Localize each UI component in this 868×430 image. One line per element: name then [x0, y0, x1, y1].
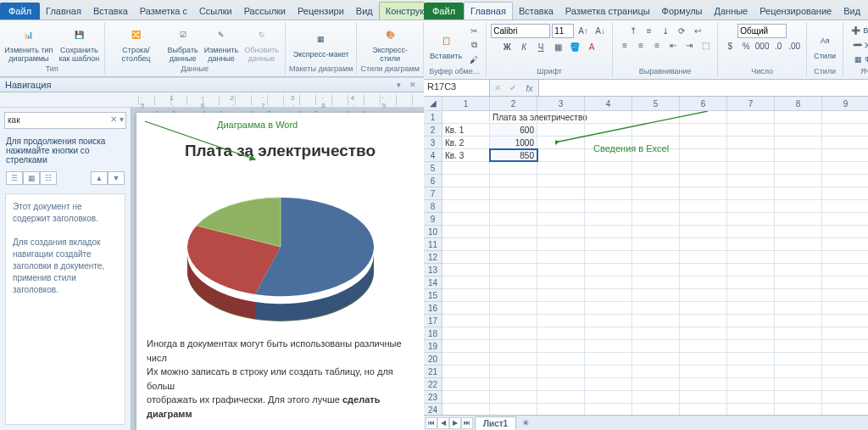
cell[interactable] — [727, 353, 775, 365]
ruler[interactable]: · 1 · 2 · 3 · 4 · 5 · 6 · 7 · 8 · 9 ·10·… — [0, 92, 424, 108]
cell[interactable] — [727, 302, 775, 314]
cell[interactable] — [490, 378, 537, 390]
cell[interactable] — [537, 315, 585, 327]
cell[interactable] — [537, 391, 585, 403]
cell[interactable] — [822, 226, 868, 237]
cell[interactable] — [537, 238, 585, 250]
cell[interactable] — [585, 162, 632, 174]
cell[interactable] — [775, 340, 822, 352]
cell[interactable] — [490, 251, 537, 263]
row-header[interactable]: 22 — [424, 378, 442, 391]
wrap-icon[interactable]: ↩ — [690, 24, 705, 37]
refresh-data-button[interactable]: ↻Обновить данные — [242, 24, 281, 64]
cell[interactable]: Кв. 1 — [442, 124, 490, 136]
cell[interactable] — [442, 366, 490, 377]
cell[interactable] — [775, 137, 822, 148]
cell[interactable] — [822, 111, 868, 123]
formula-input[interactable] — [539, 80, 868, 96]
cell[interactable] — [585, 391, 632, 403]
column-header[interactable]: 4 — [585, 97, 632, 110]
table-row[interactable] — [442, 276, 868, 289]
row-header[interactable]: 6 — [424, 175, 442, 187]
chevron-down-icon[interactable]: ▾ — [392, 79, 404, 91]
cell[interactable] — [822, 187, 868, 199]
select-all[interactable]: ◢ — [424, 97, 442, 111]
cell[interactable] — [727, 391, 775, 403]
cell[interactable] — [680, 404, 727, 415]
cell[interactable] — [822, 175, 868, 187]
cell[interactable] — [585, 315, 632, 327]
tab-refs[interactable]: Ссылки — [193, 3, 238, 20]
cell[interactable] — [537, 404, 585, 415]
number-format-select[interactable] — [737, 24, 787, 38]
bold-icon[interactable]: Ж — [499, 40, 515, 53]
accept-input-icon[interactable]: ✔ — [505, 81, 520, 95]
font-color-icon[interactable]: A — [584, 40, 599, 53]
tab-home[interactable]: Главная — [40, 3, 87, 20]
row-header[interactable]: 14 — [424, 276, 442, 289]
inc-dec-icon[interactable]: .0 — [771, 39, 786, 53]
cell[interactable]: Кв. 2 — [442, 137, 490, 148]
cell[interactable]: Кв. 3 — [442, 149, 490, 161]
view-pages[interactable]: ▦ — [23, 171, 40, 185]
new-sheet-icon[interactable]: ✳ — [518, 416, 533, 430]
cell[interactable] — [680, 353, 727, 365]
cell[interactable] — [727, 264, 775, 276]
view-headings[interactable]: ☰ — [6, 171, 23, 185]
cell[interactable] — [490, 340, 537, 352]
cell[interactable] — [442, 327, 490, 339]
cell[interactable] — [775, 378, 822, 390]
orientation-icon[interactable]: ⟳ — [674, 24, 689, 37]
column-header[interactable]: 7 — [727, 97, 775, 110]
cut-icon[interactable]: ✂ — [466, 24, 481, 37]
cell[interactable] — [727, 404, 775, 415]
delete-cells-button[interactable]: ➖ Удалить — [849, 38, 868, 52]
cell[interactable] — [632, 340, 680, 352]
cell[interactable] — [775, 315, 822, 327]
cell[interactable]: 1000 — [490, 137, 537, 148]
fill-color-icon[interactable]: 🪣 — [567, 40, 582, 53]
font-name-select[interactable] — [491, 24, 550, 38]
column-header[interactable]: 5 — [632, 97, 680, 110]
cell[interactable] — [775, 404, 822, 415]
cell[interactable] — [490, 264, 537, 276]
change-chart-type-button[interactable]: 📊Изменить тип диаграммы — [3, 24, 54, 64]
cell[interactable] — [585, 238, 632, 250]
column-headers[interactable]: 123456789 — [442, 97, 868, 111]
cell[interactable] — [632, 378, 680, 390]
cell[interactable] — [775, 289, 822, 301]
cell[interactable] — [632, 289, 680, 301]
cell[interactable] — [442, 187, 490, 199]
cell[interactable] — [822, 315, 868, 327]
cell[interactable] — [490, 391, 537, 403]
border-icon[interactable]: ▦ — [550, 40, 565, 53]
cell[interactable] — [632, 226, 680, 237]
cell[interactable] — [775, 149, 822, 161]
row-header[interactable]: 3 — [424, 137, 442, 149]
cell[interactable] — [632, 200, 680, 212]
cell[interactable] — [442, 213, 490, 225]
cell[interactable] — [490, 213, 537, 225]
cell[interactable] — [727, 226, 775, 237]
table-row[interactable] — [442, 226, 868, 238]
table-row[interactable] — [442, 187, 868, 200]
table-row[interactable] — [442, 238, 868, 251]
next-sheet-icon[interactable]: ▶ — [449, 417, 461, 429]
table-row[interactable] — [442, 213, 868, 226]
table-row[interactable] — [442, 353, 868, 366]
cell[interactable] — [632, 302, 680, 314]
insert-cells-button[interactable]: ➕ Вставить — [848, 24, 868, 37]
cell[interactable] — [775, 226, 822, 237]
grow-font-icon[interactable]: A↑ — [576, 24, 591, 37]
cell[interactable] — [442, 404, 490, 415]
cell[interactable] — [680, 391, 727, 403]
row-header[interactable]: 4 — [424, 149, 442, 162]
cell[interactable] — [822, 149, 868, 161]
cell[interactable] — [490, 315, 537, 327]
table-row[interactable] — [442, 340, 868, 353]
cell[interactable] — [442, 111, 490, 123]
cell[interactable] — [727, 289, 775, 301]
cell[interactable] — [585, 404, 632, 415]
cell[interactable] — [775, 175, 822, 187]
cell[interactable] — [442, 226, 490, 237]
